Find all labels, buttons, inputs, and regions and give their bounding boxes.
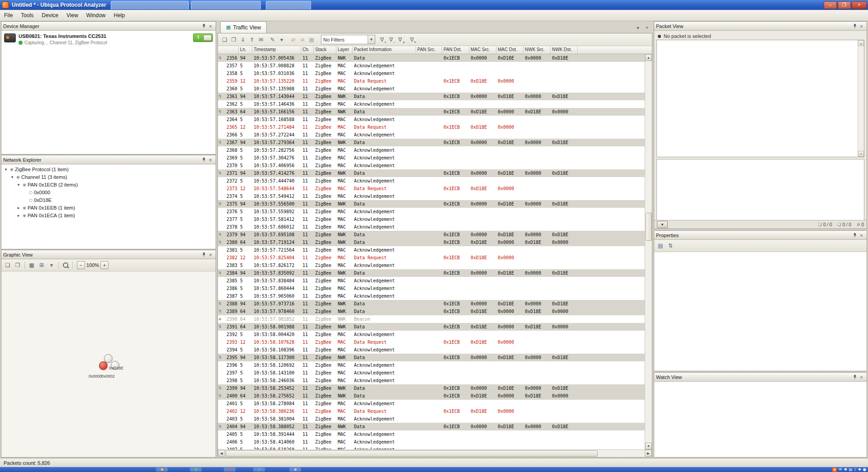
taskbar-window-button[interactable] (289, 467, 301, 472)
scroll-down-icon[interactable]: ▼ (645, 443, 652, 449)
table-row[interactable]: ◈23906410:53:57.98185211ZigBeeNWKBeacon (218, 315, 652, 323)
layout-options-icon[interactable]: ▾ (47, 261, 56, 270)
tree-expander-icon[interactable]: ▾ (3, 167, 9, 172)
table-row[interactable]: 2374510:53:57.54941211ZigBeeMACAcknowled… (218, 192, 652, 200)
table-row[interactable]: 2376510:53:57.55989211ZigBeeMACAcknowled… (218, 208, 652, 215)
scroll-up-icon[interactable]: ▲ (645, 54, 652, 61)
tree-item[interactable]: ○0xD18E (1, 196, 216, 204)
close-icon[interactable]: × (207, 156, 214, 163)
table-row[interactable]: 2368510:53:57.28275611ZigBeeMACAcknowled… (218, 146, 652, 154)
table-row[interactable]: 2386510:53:57.86044411ZigBeeMACAcknowled… (218, 285, 652, 292)
tab-close-icon[interactable]: × (643, 24, 651, 31)
graphic-canvas[interactable]: 0xD18E 0x0000 0x0002 (1, 271, 216, 457)
column-header-mac-dst-[interactable]: MAC Dst. (496, 46, 524, 54)
pin-icon[interactable] (200, 156, 207, 163)
open-capture-icon[interactable]: ❐ (229, 35, 238, 44)
tree-item[interactable]: ▾◉Channel 11 (3 items) (1, 173, 216, 181)
menu-help[interactable]: Help (110, 11, 129, 20)
volume-icon[interactable]: ♪ (854, 467, 856, 472)
table-row[interactable]: 2407510:53:58.51826811ZigBeeMACAcknowled… (218, 446, 652, 449)
table-row[interactable]: 2396510:53:58.12069211ZigBeeMACAcknowled… (218, 361, 652, 369)
save-capture-icon[interactable]: ⇓ (238, 35, 247, 44)
ime-keyboard-icon[interactable]: ▤ (849, 467, 853, 472)
table-row[interactable]: 2394510:53:58.10839611ZigBeeMACAcknowled… (218, 346, 652, 354)
table-row[interactable]: 2366510:53:57.27224411ZigBeeMACAcknowled… (218, 131, 652, 139)
tray-ball-icon[interactable]: ● (863, 467, 866, 472)
menu-window[interactable]: Window (82, 11, 110, 20)
table-row[interactable]: 2392510:53:58.00442011ZigBeeMACAcknowled… (218, 331, 652, 338)
goto-packet-icon[interactable]: ⇄ (289, 35, 298, 44)
column-header-nwk-dst-[interactable]: NWK Dst. (551, 46, 578, 54)
table-row[interactable]: 2398510:53:58.24603611ZigBeeMACAcknowled… (218, 377, 652, 384)
background-window-2[interactable] (191, 1, 261, 9)
table-row[interactable]: ↯23916410:53:58.00198811ZigBeeNWKData0x1… (218, 323, 652, 331)
table-row[interactable]: 2378510:53:57.68601211ZigBeeMACAcknowled… (218, 223, 652, 231)
column-header-packet-information[interactable]: Packet Information (353, 46, 416, 54)
column-header-pan-dst-[interactable]: PAN Dst. (442, 46, 469, 54)
table-row[interactable]: ↯23889410:53:57.97371611ZigBeeNWKData0x1… (218, 300, 652, 308)
decode-scrollbar[interactable]: ▲ ▼ (858, 40, 864, 157)
column-header-timestamp[interactable]: Timestamp (252, 46, 301, 54)
table-row[interactable]: 23651210:53:57.27148411ZigBeeMACData Req… (218, 123, 652, 131)
byte-view-dropdown[interactable]: ▼ (657, 221, 668, 228)
menu-file[interactable]: File (0, 11, 17, 20)
horizontal-scrollbar[interactable]: ◀ ▶ (218, 449, 652, 457)
close-button[interactable]: × (852, 1, 867, 9)
tree-item[interactable]: ▾◉PAN 0x1ECB (2 items) (1, 181, 216, 188)
scroll-right-icon[interactable]: ▶ (645, 450, 652, 457)
table-row[interactable]: 2406510:53:58.41406011ZigBeeMACAcknowled… (218, 438, 652, 446)
table-row[interactable]: ↯23759410:53:57.55650011ZigBeeNWKData0x1… (218, 200, 652, 208)
maximize-button[interactable]: ❐ (838, 1, 851, 9)
table-row[interactable]: 2364510:53:57.16858811ZigBeeMACAcknowled… (218, 116, 652, 123)
column-header-pan-src-[interactable]: PAN Src. (416, 46, 442, 54)
table-row[interactable]: 2385510:53:57.83848411ZigBeeMACAcknowled… (218, 277, 652, 285)
scroll-up-icon[interactable]: ▲ (858, 40, 864, 46)
packet-grid-icon[interactable]: ▦ (307, 35, 316, 44)
table-row[interactable]: 2405510:53:58.39144411ZigBeeMACAcknowled… (218, 430, 652, 438)
filter-include-icon[interactable]: ∇+ (377, 35, 387, 44)
table-row[interactable]: ↯24006410:53:58.27565211ZigBeeNWKData0x1… (218, 392, 652, 400)
table-row[interactable]: 23821210:53:57.82540411ZigBeeMACData Req… (218, 254, 652, 262)
column-header-icon[interactable] (218, 46, 239, 54)
close-icon[interactable]: × (858, 232, 865, 238)
tree-item[interactable]: ▾◉ZigBee Protocol (1 item) (1, 165, 216, 173)
table-row[interactable]: ↯23569410:53:57.00543611ZigBeeNWKData0x1… (218, 54, 652, 62)
close-icon[interactable]: × (207, 251, 214, 258)
table-row[interactable]: 2377510:53:57.58141211ZigBeeMACAcknowled… (218, 215, 652, 223)
scrollbar-thumb[interactable] (226, 450, 598, 457)
table-row[interactable]: 2397510:53:58.14310011ZigBeeMACAcknowled… (218, 369, 652, 377)
taskbar-window-button[interactable] (253, 467, 265, 472)
decode-wand-icon[interactable]: ✎ (268, 35, 277, 44)
table-row[interactable]: ↯23999410:53:58.25345211ZigBeeNWKData0x1… (218, 384, 652, 392)
table-row[interactable]: 2369510:53:57.30427611ZigBeeMACAcknowled… (218, 154, 652, 162)
zoom-out-button[interactable]: − (77, 261, 85, 269)
column-header-nwk-src-[interactable]: NWK Src. (524, 46, 551, 54)
close-icon[interactable]: × (858, 23, 865, 29)
table-row[interactable]: 2360510:53:57.13598811ZigBeeMACAcknowled… (218, 85, 652, 93)
export-image-icon[interactable]: ❏ (3, 261, 12, 270)
table-row[interactable]: 2358510:53:57.03103611ZigBeeMACAcknowled… (218, 70, 652, 77)
table-row[interactable]: 24021210:53:58.38023611ZigBeeMACData Req… (218, 407, 652, 415)
table-row[interactable]: ↯23806410:53:57.71912411ZigBeeNWKData0x1… (218, 238, 652, 246)
table-row[interactable]: 2370510:53:57.40695611ZigBeeMACAcknowled… (218, 162, 652, 169)
tree-item[interactable]: ○0x0000 (1, 188, 216, 196)
minimize-button[interactable]: – (824, 1, 837, 9)
scroll-down-icon[interactable]: ▼ (858, 151, 864, 157)
filter-options-icon[interactable]: ∇▾ (396, 35, 405, 44)
copy-image-icon[interactable]: ❐ (13, 261, 22, 270)
tree-expander-icon[interactable]: ▾ (16, 182, 21, 187)
table-row[interactable]: ↯23959410:53:58.11730011ZigBeeNWKData0x1… (218, 354, 652, 361)
decode-options-icon[interactable]: ▾ (277, 35, 286, 44)
table-row[interactable]: 2357510:53:57.00882811ZigBeeMACAcknowled… (218, 62, 652, 70)
show-grid-icon[interactable]: ▦ (27, 261, 36, 270)
taskbar-window-button[interactable] (156, 467, 168, 472)
background-window-1[interactable] (111, 1, 189, 9)
pin-icon[interactable] (200, 251, 207, 258)
taskbar-window-button[interactable] (190, 467, 202, 472)
table-row[interactable]: 23931210:53:58.10762811ZigBeeMACData Req… (218, 338, 652, 346)
table-row[interactable]: ↯23799410:53:57.69510811ZigBeeNWKData0x1… (218, 231, 652, 238)
tree-item[interactable]: ▸◉PAN 0x1ECA (1 item) (1, 211, 216, 219)
scroll-left-icon[interactable]: ◀ (218, 450, 225, 457)
vertical-scrollbar[interactable]: ▲ ▼ (645, 54, 652, 449)
pin-icon[interactable] (851, 23, 858, 29)
